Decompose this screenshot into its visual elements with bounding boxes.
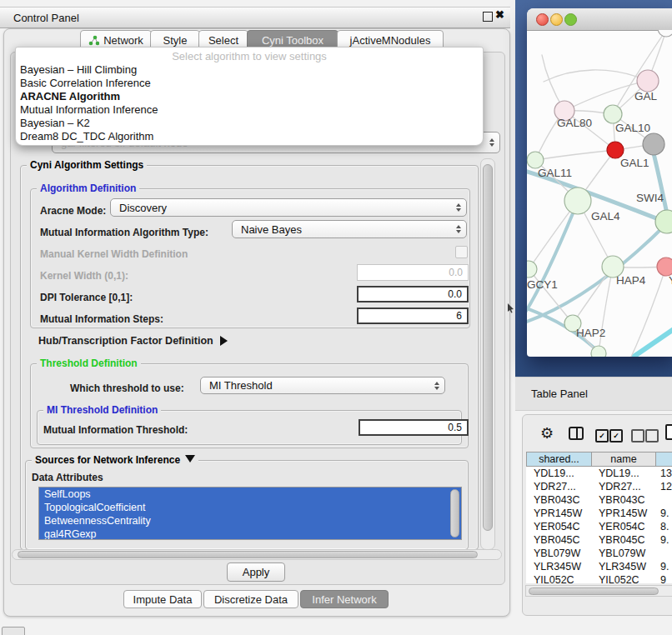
dropdown-item-basic-correlation-inference[interactable]: Basic Correlation Inference — [16, 76, 483, 89]
network-window-titlebar[interactable] — [527, 8, 672, 31]
dropdown-item-dream8-dc-tdc-algorithm[interactable]: Dream8 DC_TDC Algorithm — [16, 129, 483, 142]
table-panel-titlebar: Table Panel — [515, 377, 672, 411]
network-node-label-gal11: GAL11 — [538, 167, 572, 179]
attribute-item-topologicalcoefficient[interactable]: TopologicalCoefficient — [39, 501, 461, 514]
hub-definition-label: Hub/Transcription Factor Definition — [38, 335, 213, 347]
network-view-window: GALGAL80GAL10GAL1GAL11SWI4GAL4HAP4YGCY1H… — [527, 8, 672, 357]
dropdown-item-aracne-algorithm[interactable]: ARACNE Algorithm — [16, 89, 483, 102]
manual-kernel-label: Manual Kernel Width Definition — [40, 248, 188, 260]
sources-group-title[interactable]: Sources for Network Inference — [32, 454, 198, 466]
settings-hscrollbar-thumb[interactable] — [18, 551, 478, 558]
attribute-item-gal4rgexp[interactable]: gal4RGexp — [39, 528, 461, 540]
minimized-panel-button[interactable] — [2, 627, 25, 635]
network-node-label-gal4: GAL4 — [591, 210, 620, 222]
manual-kernel-checkbox[interactable] — [455, 246, 468, 258]
network-node-label-gcy1: GCY1 — [527, 278, 558, 291]
mi-threshold-group-title: MI Threshold Definition — [43, 404, 161, 416]
gear-icon[interactable]: ⚙ — [540, 424, 554, 442]
dropdown-item-bayesian-hill-climbing[interactable]: Bayesian – Hill Climbing — [16, 62, 483, 76]
bottom-tab-impute-data[interactable]: Impute Data — [123, 590, 202, 608]
deselect-columns-icon2[interactable] — [645, 429, 659, 442]
network-node-label-hap4: HAP4 — [616, 274, 645, 287]
table-cell: YIL052C — [599, 574, 656, 583]
apply-button[interactable]: Apply — [227, 562, 285, 582]
table-row[interactable]: YPR145WYPR145W9. — [526, 507, 672, 520]
select-all-columns-icon[interactable]: ✓ — [595, 429, 609, 442]
table-column-header-name[interactable]: name — [591, 452, 656, 467]
combo-spinner-icon — [456, 225, 461, 233]
table-cell: YBR043C — [534, 494, 592, 506]
dropdown-item-mutual-information-inference[interactable]: Mutual Information Inference — [16, 102, 483, 116]
combo-spinner-icon — [434, 382, 439, 390]
settings-vscrollbar-thumb[interactable] — [483, 164, 493, 531]
close-traffic-light-icon[interactable] — [536, 13, 549, 26]
close-icon[interactable]: ✖ — [495, 8, 504, 21]
mi-steps-field[interactable]: 6 — [357, 308, 469, 324]
mi-steps-label: Mutual Information Steps: — [40, 313, 163, 325]
table-cell: YIL052C — [534, 574, 592, 583]
bottom-tab-discretize-data[interactable]: Discretize Data — [203, 590, 298, 608]
attribute-item-selfloops[interactable]: SelfLoops — [39, 488, 461, 501]
dpi-tolerance-field[interactable]: 0.0 — [357, 286, 469, 302]
table-cell: YDL19... — [599, 468, 656, 479]
table-column-header-shared[interactable]: shared... — [526, 452, 592, 467]
network-node-label-gal80: GAL80 — [557, 117, 592, 129]
minimize-traffic-light-icon[interactable] — [550, 13, 563, 26]
threshold-definition-title: Threshold Definition — [37, 358, 141, 369]
select-all-columns-icon2[interactable]: ✓ — [609, 429, 623, 442]
dpi-tolerance-value: 0.0 — [448, 288, 462, 300]
table-row[interactable]: YDL19...YDL19...13 — [526, 467, 672, 480]
table-column-header-a[interactable]: A — [655, 452, 672, 467]
table-row[interactable]: YER054CYER054C8. — [526, 520, 672, 533]
attributes-list-scrollbar[interactable] — [450, 489, 459, 538]
table-cell: YDR27... — [534, 481, 592, 492]
table-row[interactable]: YLR345WYLR345W9. — [526, 560, 672, 573]
kernel-width-field[interactable]: 0.0 — [357, 264, 469, 281]
table-cell: YLR345W — [534, 561, 592, 572]
control-panel-titlebar: Control Panel — [0, 7, 510, 28]
table-cell: YER054C — [599, 521, 656, 532]
hub-definition-expander[interactable]: Hub/Transcription Factor Definition — [38, 335, 228, 347]
dropdown-item-bayesian-k2[interactable]: Bayesian – K2 — [16, 116, 483, 129]
tab-label: Cyni Toolbox — [262, 34, 323, 47]
split-columns-icon[interactable] — [569, 427, 584, 440]
apply-button-label: Apply — [243, 566, 270, 578]
table-cell: YBR043C — [599, 494, 656, 506]
which-threshold-value: MI Threshold — [209, 379, 273, 392]
table-cell: 13 — [660, 468, 672, 479]
which-threshold-combo[interactable]: MI Threshold — [200, 377, 445, 394]
tab-label: Network — [103, 34, 143, 47]
algorithm-definition-title: Algorithm Definition — [37, 182, 139, 194]
table-row[interactable]: YIL052CYIL052C9 — [526, 573, 672, 583]
network-node-label-y: Y — [669, 274, 672, 287]
table-row[interactable]: YBR043CYBR043C — [526, 493, 672, 507]
table-cell: 8. — [660, 521, 672, 532]
settings-vscrollbar[interactable] — [480, 158, 495, 550]
mi-type-combo[interactable]: Naive Bayes — [232, 220, 467, 238]
table-cell: YBR045C — [534, 534, 592, 546]
bottom-tab-infer-network[interactable]: Infer Network — [300, 590, 389, 608]
attribute-item-betweennesscentrality[interactable]: BetweennessCentrality — [39, 514, 461, 528]
tab-label: jActiveMNodules — [350, 34, 431, 47]
combo-spinner-icon — [456, 203, 461, 212]
settings-hscrollbar[interactable] — [12, 549, 502, 560]
table-cell: 12 — [660, 481, 672, 492]
aracne-mode-label: Aracne Mode: — [40, 205, 106, 217]
network-labels-layer: GALGAL80GAL10GAL1GAL11SWI4GAL4HAP4YGCY1H… — [527, 30, 672, 357]
table-row[interactable]: YBL079WYBL079W — [526, 547, 672, 560]
network-canvas[interactable]: GALGAL80GAL10GAL1GAL11SWI4GAL4HAP4YGCY1H… — [527, 30, 672, 357]
float-window-icon[interactable] — [483, 12, 493, 22]
dropdown-prompt: Select algorithm to view settings — [16, 49, 483, 62]
deselect-columns-icon[interactable] — [631, 429, 644, 442]
aracne-mode-combo[interactable]: Discovery — [110, 198, 467, 217]
table-hscrollbar-thumb[interactable] — [529, 588, 659, 595]
zoom-traffic-light-icon[interactable] — [564, 13, 577, 26]
expand-right-icon — [220, 336, 228, 346]
new-table-icon[interactable] — [665, 424, 672, 440]
mi-type-value: Naive Bayes — [241, 223, 302, 236]
table-row[interactable]: YBR045CYBR045C9. — [526, 533, 672, 547]
mi-threshold-field[interactable]: 0.5 — [359, 419, 469, 436]
table-row[interactable]: YDR27...YDR27...12 — [526, 480, 672, 493]
data-attributes-list[interactable]: SelfLoopsTopologicalCoefficientBetweenne… — [38, 487, 462, 540]
table-hscrollbar[interactable] — [525, 585, 672, 597]
